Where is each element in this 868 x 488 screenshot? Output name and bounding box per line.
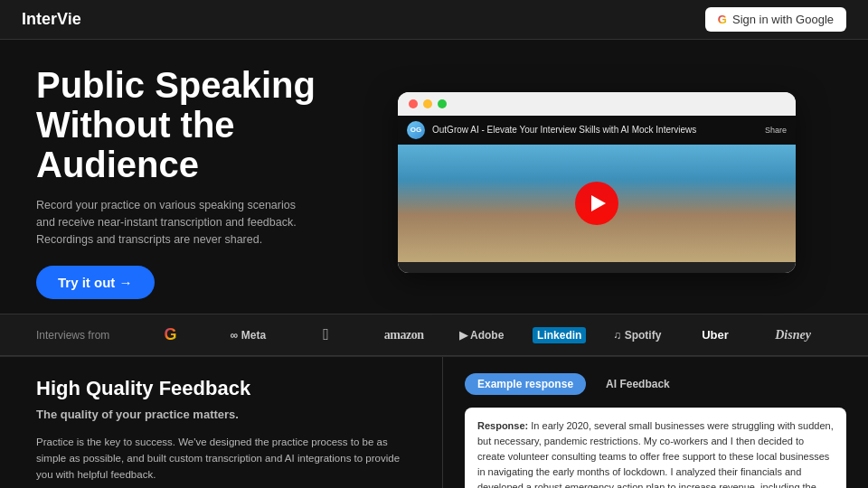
logo-spotify: ♫ Spotify [599,329,676,342]
logo-adobe: ▶ Adobe [443,329,521,342]
right-panel: Example response AI Feedback Response: I… [443,357,868,488]
dot-yellow [423,99,432,108]
tab-example-response[interactable]: Example response [465,373,586,395]
play-icon [591,195,606,211]
quality-para1: Practice is the key to success. We've de… [36,435,406,483]
video-title-text: OutGrow AI - Elevate Your Interview Skil… [432,125,758,135]
google-icon: G [718,13,727,26]
bottom-section: High Quality Feedback The quality of you… [0,356,868,488]
logos-label: Interviews from [36,329,109,342]
signin-button[interactable]: G Sign in with Google [705,7,846,32]
video-thumbnail [398,145,796,262]
hero-description: Record your practice on various speaking… [36,197,307,248]
video-title-bar: OG OutGrow AI - Elevate Your Interview S… [398,116,796,145]
logo-disney: Disney [754,328,832,343]
logo: InterVie [22,10,81,29]
response-text: Response: In early 2020, several small b… [477,418,834,488]
left-panel: High Quality Feedback The quality of you… [0,357,443,488]
hero-left: Public Speaking Without the Audience Rec… [36,65,362,299]
response-label: Response: [477,420,528,431]
response-card: Response: In early 2020, several small b… [465,408,846,488]
try-it-out-button[interactable]: Try it out → [36,266,155,299]
quality-subtitle: The quality of your practice matters. [36,406,406,424]
video-body: OG OutGrow AI - Elevate Your Interview S… [398,116,796,273]
logo-google: G [131,325,209,344]
logos-strip: Interviews from G ∞ Meta  amazon ▶ Adob… [0,314,868,356]
logo-meta: ∞ Meta [209,329,287,342]
channel-avatar: OG [407,121,425,139]
hero-title: Public Speaking Without the Audience [36,65,362,184]
quality-title: High Quality Feedback [36,377,406,400]
signin-label: Sign in with Google [732,13,834,26]
play-button[interactable] [575,182,618,225]
logo-uber: Uber [676,328,754,342]
dot-green [438,99,447,108]
browser-chrome [398,92,796,116]
logo-amazon: amazon [365,328,443,343]
dot-red [409,99,418,108]
tab-ai-feedback[interactable]: AI Feedback [593,373,683,395]
response-body: In early 2020, several small businesses … [477,420,834,488]
logo-linkedin: Linkedin [521,327,599,343]
tabs-row: Example response AI Feedback [465,373,846,395]
logo-apple:  [288,325,365,344]
share-button[interactable]: Share [765,126,787,135]
video-card: OG OutGrow AI - Elevate Your Interview S… [398,92,796,273]
navbar: InterVie G Sign in with Google [0,0,868,40]
hero-section: Public Speaking Without the Audience Rec… [0,40,868,314]
